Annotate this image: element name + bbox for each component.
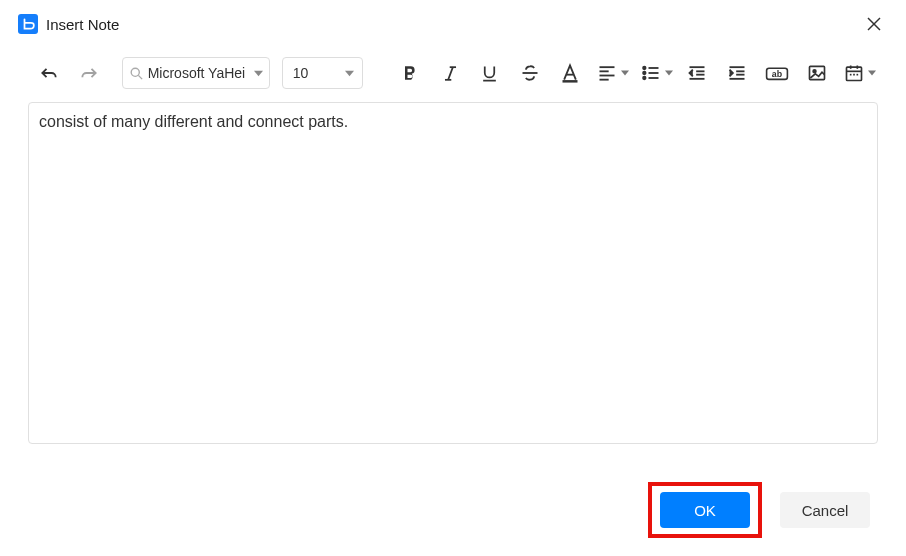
font-family-dropdown[interactable]: Microsoft YaHei [122, 57, 270, 89]
search-icon [129, 66, 144, 81]
svg-line-3 [138, 75, 142, 79]
app-icon [18, 14, 38, 34]
chevron-down-icon [345, 69, 354, 78]
cancel-button[interactable]: Cancel [780, 492, 870, 528]
clear-format-button[interactable]: ab [760, 56, 794, 90]
editor-content: consist of many different and connect pa… [39, 113, 348, 130]
chevron-down-icon [254, 69, 263, 78]
redo-button[interactable] [72, 56, 106, 90]
svg-point-15 [643, 67, 646, 70]
font-size-dropdown[interactable]: 10 [282, 57, 364, 89]
align-button[interactable] [593, 56, 631, 90]
insert-image-button[interactable] [800, 56, 834, 90]
font-color-button[interactable] [553, 56, 587, 90]
bold-button[interactable] [393, 56, 427, 90]
bullet-list-icon [637, 56, 665, 90]
svg-point-32 [813, 70, 816, 73]
svg-text:ab: ab [772, 69, 783, 79]
ok-highlight-box: OK [648, 482, 762, 538]
italic-button[interactable] [433, 56, 467, 90]
toolbar: Microsoft YaHei 10 [0, 44, 906, 98]
strikethrough-button[interactable] [513, 56, 547, 90]
title-bar: Insert Note [0, 0, 906, 44]
svg-point-19 [643, 77, 646, 80]
chevron-down-icon [663, 56, 675, 90]
note-text-editor[interactable]: consist of many different and connect pa… [28, 102, 878, 444]
list-button[interactable] [637, 56, 675, 90]
svg-point-2 [131, 68, 139, 76]
close-button[interactable] [862, 12, 886, 36]
undo-button[interactable] [32, 56, 66, 90]
underline-button[interactable] [473, 56, 507, 90]
calendar-icon [840, 56, 868, 90]
indent-button[interactable] [720, 56, 754, 90]
svg-line-6 [448, 67, 453, 80]
outdent-button[interactable] [681, 56, 715, 90]
chevron-down-icon [619, 56, 631, 90]
window-title: Insert Note [46, 16, 119, 33]
svg-rect-33 [846, 67, 861, 80]
align-left-icon [593, 56, 621, 90]
svg-point-17 [643, 72, 646, 75]
chevron-down-icon [866, 56, 878, 90]
dialog-footer: OK Cancel [648, 482, 870, 538]
title-bar-left: Insert Note [18, 14, 119, 34]
ok-button[interactable]: OK [660, 492, 750, 528]
font-size-value: 10 [293, 65, 309, 81]
font-family-value: Microsoft YaHei [148, 65, 250, 81]
insert-date-button[interactable] [840, 56, 878, 90]
